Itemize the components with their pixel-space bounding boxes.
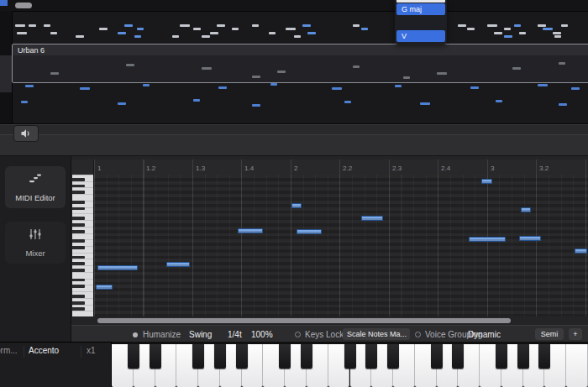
semi-mode-button[interactable]: Semi [535,328,564,340]
bar-ruler[interactable]: 11.21.31.422.22.32.433.23.3 [94,160,588,175]
keyboard-black-key[interactable] [214,344,226,369]
keyboard-black-key[interactable] [452,344,464,369]
keyboard-black-key[interactable] [365,344,377,369]
voice-grouping-value[interactable]: Dynamic [468,330,501,339]
ruler-label: 2.4 [441,165,450,172]
mini-note-dash [353,24,360,27]
preset-strip: orm... Accento x1 [0,342,112,387]
mini-note-dash [344,101,351,103]
preset-multiplier[interactable]: x1 [87,346,96,355]
onscreen-keyboard [112,342,588,387]
piano-roll-keys [72,175,94,317]
horizontal-scrollbar [71,316,588,325]
mini-note-dash [538,24,546,27]
preset-name[interactable]: Accento [29,346,59,355]
keyboard-white-key[interactable] [566,344,588,387]
ruler-corner [71,160,94,175]
midi-region-urban6[interactable]: Urban 6 [12,44,588,83]
ruler-label: 1.4 [244,165,254,172]
mini-note-dash [99,28,108,30]
track-color-chip [0,0,8,6]
mini-note-dash [286,28,296,30]
keys-lock-value-box[interactable]: Scale Notes Ma... [343,328,410,340]
mini-black-key [72,201,85,204]
mini-note-dash [172,35,179,38]
swing-value[interactable]: Swing [189,330,212,339]
chord-item-gmaj[interactable]: G maj [396,3,445,15]
header-pill-button[interactable] [15,3,32,8]
mini-note-dash [494,32,502,34]
mini-black-key [72,307,85,311]
midi-note[interactable] [166,262,190,267]
voice-grouping-radio[interactable] [415,332,421,337]
midi-note[interactable] [96,285,113,290]
keys-lock-radio[interactable] [295,332,301,337]
preset-separator [81,346,81,358]
mini-note-dash [470,86,479,89]
sidebar-item-midi-editor[interactable]: MIDI Editor [5,166,66,208]
mini-note-dash [496,100,502,102]
keys-lock-label: Keys Lock [305,330,344,339]
truncated-preset-text: orm... [0,346,18,355]
mini-black-key [72,295,85,298]
piano-roll-grid[interactable] [94,175,588,317]
mini-note-dash [561,24,568,27]
grid-notes-icon [5,173,66,185]
ruler-label: 1.2 [146,165,155,172]
mini-note-dash [504,35,512,38]
midi-note[interactable] [519,236,541,241]
swing-amount-value[interactable]: 100% [251,330,273,339]
keyboard-black-key[interactable] [192,344,204,369]
mini-note-dash [361,28,368,30]
ruler-label: 3 [491,165,494,172]
keyboard-black-key[interactable] [387,344,399,369]
mini-note-dash [302,24,311,27]
mini-note-dash [458,24,466,27]
mini-note-dash [50,32,57,34]
mini-note-dash [143,84,150,86]
mini-note-dash [232,28,239,30]
midi-note[interactable] [297,229,322,234]
region-title-bar [13,44,588,55]
daw-window: Urban 6 G maj V Keyboard View: Chromatic [0,0,588,387]
increment-button[interactable]: + [569,328,582,340]
chord-item-partial[interactable] [396,0,445,3]
mini-black-key [72,178,85,181]
midi-note[interactable] [238,228,263,233]
keyboard-black-key[interactable] [344,344,356,369]
sidebar-item-label: Mixer [5,248,66,258]
keyboard-black-key[interactable] [128,344,139,369]
mini-note-dash [210,32,218,34]
sidebar-item-mixer[interactable]: Mixer [5,222,66,264]
keyboard-black-key[interactable] [538,344,550,369]
keyboard-black-key[interactable] [431,344,443,369]
mini-note-dash [270,83,277,86]
midi-note[interactable] [469,237,506,242]
faders-icon [5,228,66,240]
arrange-area: Urban 6 G maj V [0,0,588,124]
midi-note[interactable] [361,216,383,221]
keyboard-black-key[interactable] [496,344,507,369]
mini-note-dash [559,103,567,106]
keyboard-black-key[interactable] [236,344,248,369]
mini-note-dash [514,24,521,27]
midi-note[interactable] [521,207,531,212]
editor-sidebar: MIDI Editor Mixer [0,156,71,342]
midi-note[interactable] [97,265,138,270]
mini-black-key [72,191,85,194]
chord-item-v[interactable]: V [396,30,445,42]
mini-note-dash [218,86,227,89]
midi-note[interactable] [575,248,587,254]
sidebar-item-label: MIDI Editor [5,193,66,202]
keyboard-black-key[interactable] [301,344,312,369]
scrollbar-thumb[interactable] [97,318,511,323]
mini-black-key [72,217,85,220]
mute-button[interactable] [13,125,39,142]
swing-division-value[interactable]: 1/4t [228,330,242,339]
keyboard-black-key[interactable] [517,344,529,369]
midi-note[interactable] [481,179,492,184]
mini-note-dash [252,24,259,27]
keyboard-black-key[interactable] [150,344,161,369]
keyboard-black-key[interactable] [279,344,291,369]
midi-note[interactable] [291,203,302,208]
